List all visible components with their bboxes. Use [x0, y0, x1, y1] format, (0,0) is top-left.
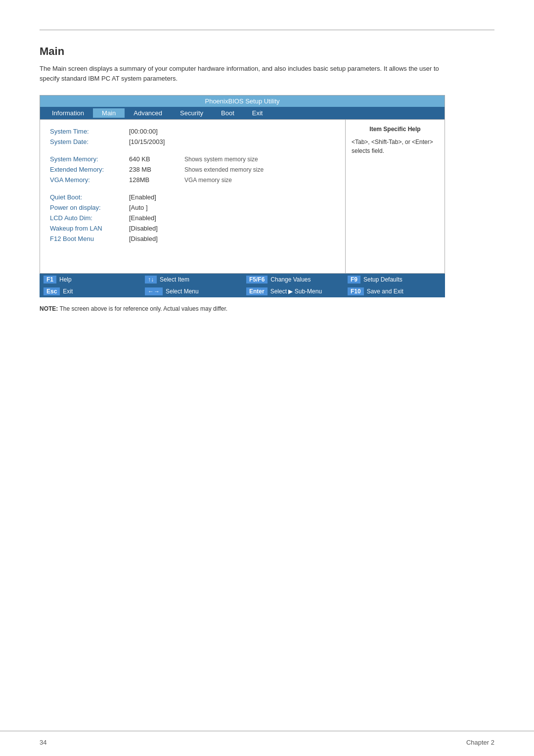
bios-row-vga-memory: VGA Memory: 128MB VGA memory size — [50, 176, 335, 184]
status-label-f1: Help — [59, 276, 72, 283]
status-key-f1: F1 — [44, 276, 56, 284]
status-esc: Esc Exit — [40, 285, 141, 297]
bios-label-power-on-display: Power on display: — [50, 204, 129, 211]
bios-row-f12-boot-menu[interactable]: F12 Boot Menu [Disabled] — [50, 235, 335, 242]
bios-row-system-memory: System Memory: 640 KB Shows system memor… — [50, 155, 335, 163]
bios-row-power-on-display[interactable]: Power on display: [Auto ] — [50, 204, 335, 211]
status-leftright: ←→ Select Menu — [141, 285, 242, 297]
bios-help-panel: Item Specific Help <Tab>, <Shift-Tab>, o… — [346, 120, 445, 273]
status-key-updown: ↑↓ — [145, 276, 157, 284]
bios-value-extended-memory: 238 MB — [129, 166, 178, 173]
footer-page-number: 34 — [40, 739, 46, 746]
bios-row-system-date[interactable]: System Date: [10/15/2003] — [50, 138, 335, 145]
bios-nav-exit[interactable]: Exit — [243, 108, 272, 118]
bios-statusbar-row2: Esc Exit ←→ Select Menu Enter Select ▶ S… — [40, 285, 445, 297]
bios-value-quiet-boot: [Enabled] — [129, 193, 178, 201]
bios-value-power-on-display: [Auto ] — [129, 204, 178, 211]
bios-nav-main[interactable]: Main — [93, 108, 125, 118]
bios-value-system-date: [10/15/2003] — [129, 138, 178, 145]
bios-value-vga-memory: 128MB — [129, 176, 178, 184]
status-key-leftright: ←→ — [145, 287, 163, 295]
status-f5f6: F5/F6 Change Values — [242, 274, 344, 285]
status-f10: F10 Save and Exit — [344, 285, 445, 297]
note-text: NOTE: The screen above is for reference … — [40, 305, 494, 312]
bios-box: PhoenixBIOS Setup Utility Information Ma… — [40, 95, 445, 274]
status-label-f9: Setup Defaults — [363, 276, 402, 283]
bios-value-wakeup-from-lan: [Disabled] — [129, 225, 178, 232]
status-label-updown: Select Item — [160, 276, 189, 283]
bottom-rule — [0, 731, 534, 731]
page-title: Main — [40, 45, 494, 58]
status-key-enter: Enter — [246, 287, 267, 295]
status-key-esc: Esc — [44, 287, 60, 295]
bios-help-title: Item Specific Help — [352, 126, 439, 133]
bios-statusbar: F1 Help ↑↓ Select Item F5/F6 Change Valu… — [40, 274, 445, 285]
bios-content: System Time: [00:00:00] System Date: [10… — [40, 119, 445, 273]
bios-nav-advanced[interactable]: Advanced — [125, 108, 171, 118]
bios-desc-system-memory: Shows system memory size — [184, 156, 258, 163]
bios-label-vga-memory: VGA Memory: — [50, 176, 129, 184]
status-key-f5f6: F5/F6 — [246, 276, 267, 284]
bios-row-lcd-auto-dim[interactable]: LCD Auto Dim: [Enabled] — [50, 214, 335, 222]
status-enter: Enter Select ▶ Sub-Menu — [242, 285, 344, 297]
bios-row-extended-memory: Extended Memory: 238 MB Shows extended m… — [50, 166, 335, 173]
status-updown: ↑↓ Select Item — [141, 274, 242, 285]
status-label-leftright: Select Menu — [166, 288, 199, 295]
bios-value-lcd-auto-dim: [Enabled] — [129, 214, 178, 222]
footer-chapter: Chapter 2 — [466, 739, 494, 746]
bios-label-system-memory: System Memory: — [50, 155, 129, 163]
bios-value-f12-boot-menu: [Disabled] — [129, 235, 178, 242]
bios-desc-extended-memory: Shows extended memory size — [184, 166, 264, 173]
status-f1: F1 Help — [40, 274, 141, 285]
bios-desc-vga-memory: VGA memory size — [184, 177, 232, 184]
status-f9: F9 Setup Defaults — [344, 274, 445, 285]
bios-label-extended-memory: Extended Memory: — [50, 166, 129, 173]
bios-label-quiet-boot: Quiet Boot: — [50, 193, 129, 201]
bios-nav-security[interactable]: Security — [171, 108, 212, 118]
bios-nav: Information Main Advanced Security Boot … — [40, 107, 445, 119]
bios-value-system-memory: 640 KB — [129, 155, 178, 163]
bios-nav-information[interactable]: Information — [43, 108, 93, 118]
footer: 34 Chapter 2 — [40, 739, 494, 746]
status-label-esc: Exit — [63, 288, 73, 295]
bios-label-f12-boot-menu: F12 Boot Menu — [50, 235, 129, 242]
bios-label-system-time: System Time: — [50, 128, 129, 135]
status-label-enter: Select ▶ Sub-Menu — [270, 288, 322, 295]
status-key-f9: F9 — [348, 276, 360, 284]
bios-label-lcd-auto-dim: LCD Auto Dim: — [50, 214, 129, 222]
bios-label-system-date: System Date: — [50, 138, 129, 145]
bios-row-system-time[interactable]: System Time: [00:00:00] — [50, 128, 335, 135]
bios-title-bar: PhoenixBIOS Setup Utility — [40, 95, 445, 107]
bios-row-wakeup-from-lan[interactable]: Wakeup from LAN [Disabled] — [50, 225, 335, 232]
bios-help-text: <Tab>, <Shift-Tab>, or <Enter> selects f… — [352, 138, 439, 155]
bios-row-quiet-boot[interactable]: Quiet Boot: [Enabled] — [50, 193, 335, 201]
bios-label-wakeup-from-lan: Wakeup from LAN — [50, 225, 129, 232]
bios-main-panel: System Time: [00:00:00] System Date: [10… — [40, 120, 346, 273]
status-label-f10: Save and Exit — [367, 288, 403, 295]
bios-nav-boot[interactable]: Boot — [212, 108, 243, 118]
status-key-f10: F10 — [348, 287, 364, 295]
status-label-f5f6: Change Values — [270, 276, 311, 283]
bios-value-system-time: [00:00:00] — [129, 128, 178, 135]
page-description: The Main screen displays a summary of yo… — [40, 64, 445, 83]
